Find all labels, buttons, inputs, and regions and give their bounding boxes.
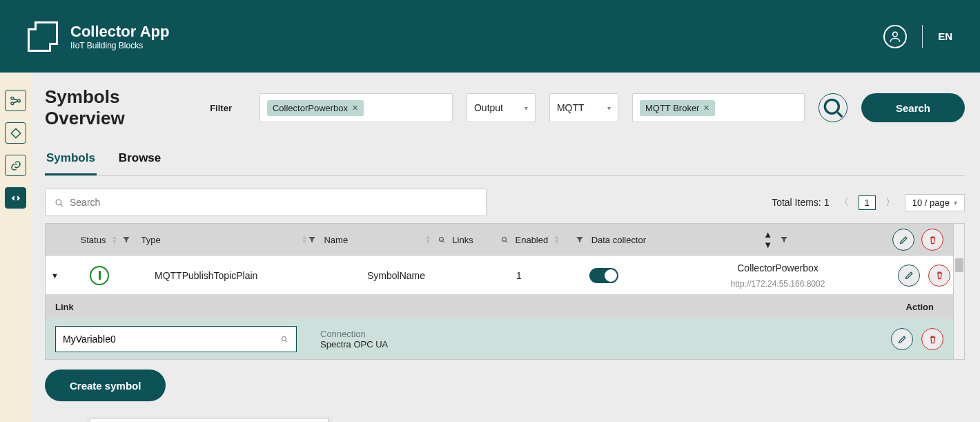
search-icon [54,198,64,208]
branding: Collector App IIoT Building Blocks [28,21,169,52]
page-next-icon[interactable]: 〉 [885,196,895,209]
cell-collector-url: http://172.24.55.166:8002 [731,279,825,289]
filter-search-icon-button[interactable] [819,93,847,122]
col-status[interactable]: Status [81,235,106,245]
table-search-input[interactable] [70,197,478,208]
col-name[interactable]: Name [324,235,348,245]
sort-icon[interactable]: ▲▼ [763,229,772,250]
col-links[interactable]: Links [452,235,473,245]
chip-broker-label: MQTT Broker [645,103,700,113]
tabs: Symbols Browse [45,144,965,176]
filter-icon[interactable] [307,235,317,244]
symbols-table: Status ▲▼ Type ▲▼ Name ▲▼ Links [45,223,965,360]
search-icon [280,334,289,344]
divider [922,25,923,48]
link-edit-button[interactable] [891,328,913,350]
sort-icon[interactable]: ▲▼ [425,235,431,244]
svg-point-6 [439,238,443,242]
filter-io-select[interactable]: Output ▾ [467,93,536,122]
chip-broker-remove-icon[interactable]: ✕ [703,104,709,113]
app-subtitle: IIoT Building Blocks [70,41,169,50]
page-number[interactable]: 1 [859,195,876,210]
filter-protocol-select[interactable]: MQTT ▾ [549,93,618,122]
autocomplete-dropdown: MyVariable0 Spectra OPC UA [90,418,329,422]
col-enabled[interactable]: Enabled [516,235,549,245]
language-selector[interactable]: EN [938,30,952,42]
svg-point-5 [56,200,61,205]
sub-col-link: Link [55,302,74,312]
table-search-box[interactable] [45,189,487,216]
header-edit-button[interactable] [892,229,914,251]
chip-collector-remove-icon[interactable]: ✕ [352,104,358,113]
filter-icon[interactable] [575,235,585,244]
table-row: ▼ MQTTPublishTopicPlain SymbolName 1 Col… [46,256,964,294]
total-items-label: Total Items: [772,197,821,208]
scrollbar[interactable] [953,224,964,359]
filter-collector-field[interactable]: CollectorPowerbox ✕ [259,93,453,122]
cell-type: MQTTPublishTopicPlain [152,270,331,281]
sidebar-item-link[interactable] [5,155,26,176]
chevron-down-icon: ▾ [525,104,528,112]
expand-row-icon[interactable]: ▼ [51,271,59,280]
app-logo-icon [28,21,58,52]
filter-icon[interactable] [779,235,789,244]
filter-io-value: Output [474,102,503,113]
svg-point-8 [282,337,286,341]
sort-icon[interactable]: ▲▼ [553,235,560,244]
col-type[interactable]: Type [141,235,160,245]
svg-point-0 [893,32,898,37]
row-edit-button[interactable] [898,265,920,287]
search-icon[interactable] [500,235,509,244]
filter-protocol-value: MQTT [557,102,585,113]
total-items-value: 1 [824,197,830,208]
connection-value: Spectra OPC UA [320,339,388,349]
chip-collector[interactable]: CollectorPowerbox ✕ [267,100,364,116]
sub-col-action: Action [906,302,954,312]
tab-symbols[interactable]: Symbols [45,144,97,175]
page-prev-icon[interactable]: 〈 [839,196,849,209]
row-delete-button[interactable] [928,265,950,287]
tab-browse[interactable]: Browse [117,144,162,175]
status-indicator-icon [90,266,109,285]
cell-name: SymbolName [367,270,484,281]
sort-icon[interactable]: ▲▼ [301,235,307,244]
cell-links: 1 [516,270,571,281]
svg-point-7 [502,238,507,242]
link-delete-button[interactable] [921,328,943,350]
page-size-select[interactable]: 10 / page ▾ [905,194,965,211]
chip-collector-label: CollectorPowerbox [273,103,348,113]
chip-broker[interactable]: MQTT Broker ✕ [640,100,716,116]
filter-broker-field[interactable]: MQTT Broker ✕ [632,93,805,122]
app-title: Collector App [70,23,169,41]
enabled-toggle[interactable] [589,268,618,283]
sidebar-item-tag[interactable] [5,122,26,144]
sidebar [0,73,31,422]
header-delete-button[interactable] [921,229,943,251]
user-account-icon[interactable] [883,25,907,48]
app-header: Collector App IIoT Building Blocks EN [0,0,980,73]
search-icon[interactable] [437,235,447,244]
filter-icon[interactable] [121,235,131,244]
svg-point-4 [825,99,839,113]
chevron-down-icon: ▾ [954,199,957,207]
create-symbol-button[interactable]: Create symbol [45,370,166,401]
main-content: Symbols Overview Filter CollectorPowerbo… [31,73,980,422]
sidebar-item-code[interactable] [5,187,26,209]
link-search-input[interactable] [63,334,280,345]
filter-label: Filter [210,103,232,113]
page-size-value: 10 / page [912,198,950,208]
sidebar-item-graph[interactable] [5,90,26,111]
link-search-field[interactable] [55,326,297,352]
sort-icon[interactable]: ▲▼ [111,235,117,244]
col-data-collector[interactable]: Data collector [591,235,646,245]
connection-label: Connection [320,329,388,339]
page-title: Symbols Overview [45,86,168,129]
cell-collector-name: CollectorPowerbox [737,262,819,274]
search-button[interactable]: Search [861,93,965,122]
chevron-down-icon: ▾ [607,104,611,112]
